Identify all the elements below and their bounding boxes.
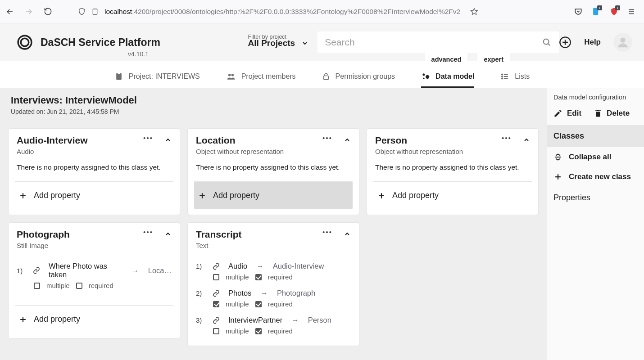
add-property-button[interactable]: Add property [15,306,173,333]
shield-icon [77,8,86,16]
search-icon[interactable] [542,37,552,47]
svg-point-12 [426,75,429,79]
class-subtype: Text [196,242,242,249]
svg-point-29 [323,231,325,233]
svg-rect-6 [116,73,122,80]
tab-members[interactable]: Project members [226,67,296,88]
search-placeholder: Search [325,37,355,48]
sidebar: Data model configuration Edit Delete Cla… [547,88,644,360]
more-icon[interactable] [143,136,153,144]
extension-1-icon[interactable]: 1 [591,7,601,17]
add-property-button[interactable]: Add property [15,182,173,209]
empty-message: There is no property assigned to this cl… [375,163,530,171]
logo-icon [15,33,34,52]
reload-icon[interactable] [43,7,52,16]
svg-point-9 [231,74,233,76]
tab-permissions[interactable]: Permission groups [322,67,395,88]
browser-chrome: localhost:4200/project/0008/ontologies/h… [0,0,644,23]
property-row[interactable]: 1)Where Photo was taken→Loca… multiplere… [17,259,172,295]
tab-project[interactable]: Project: INTERVIEWS [114,67,200,88]
pocket-icon[interactable] [574,7,583,16]
svg-point-16 [502,78,503,79]
tab-datamodel[interactable]: Data model [421,67,474,88]
svg-point-13 [423,78,424,79]
project-filter[interactable]: Filter by project All Projects [248,36,309,48]
class-title: Location [196,135,284,146]
class-subtype: Object without representation [375,148,463,155]
expert-chip[interactable]: expert [477,53,510,66]
class-title: Transcript [196,229,242,240]
edit-button[interactable]: Edit [553,109,581,118]
svg-point-2 [21,38,29,46]
empty-message: There is no property assigned to this cl… [196,163,351,171]
logo-block[interactable]: DaSCH Service Platform [15,33,160,52]
chevron-down-icon [301,40,308,47]
multiple-checkbox[interactable] [213,301,219,307]
url-bar[interactable]: localhost:4200/project/0008/ontologies/h… [59,8,567,16]
add-property-button[interactable]: Add property [194,182,353,209]
collapse-icon[interactable] [164,136,172,144]
svg-point-24 [505,137,507,139]
collapse-icon[interactable] [344,136,351,144]
sidebar-section-properties[interactable]: Properties [547,187,644,209]
search-input[interactable]: Search [317,32,559,53]
menu-icon[interactable] [627,7,636,16]
svg-point-5 [620,37,625,42]
add-property-button[interactable]: Add property [373,182,532,209]
browser-nav [5,7,52,16]
multiple-checkbox[interactable] [213,328,219,334]
class-title: Audio-Interview [17,135,88,146]
sidebar-heading: Data model configuration [547,88,644,106]
property-row[interactable]: 3)InterviewPartner→Person multiplerequir… [196,313,351,340]
project-nav: Project: INTERVIEWS Project members Perm… [0,67,644,88]
required-checkbox[interactable] [255,301,262,307]
collapse-icon[interactable] [344,230,351,238]
add-icon[interactable] [559,36,571,49]
class-card: Transcript Text 1)Audio→Audio-Interview … [187,222,359,346]
extension-2-icon[interactable]: 1 [609,7,619,17]
avatar[interactable] [613,33,632,52]
advanced-chip[interactable]: advanced [425,53,468,66]
multiple-checkbox[interactable] [34,283,40,289]
svg-point-3 [544,39,549,45]
required-checkbox[interactable] [255,274,262,280]
more-icon[interactable] [143,230,153,238]
more-icon[interactable] [501,136,511,144]
help-link[interactable]: Help [584,38,601,47]
property-row[interactable]: 1)Audio→Audio-Interview multiplerequired [196,259,351,286]
property-row[interactable]: 2)Photos→Photograph multiplerequired [196,286,351,313]
sidebar-section-classes[interactable]: Classes [547,125,644,147]
plus-icon [553,172,562,181]
class-subtype: Object without representation [196,148,284,155]
svg-rect-0 [93,9,97,14]
collapse-icon[interactable] [164,230,172,238]
svg-point-26 [144,231,145,233]
required-checkbox[interactable] [76,283,82,289]
star-icon[interactable] [470,8,478,16]
back-icon[interactable] [5,7,14,16]
link-icon [211,263,221,270]
class-card: Audio-Interview Audio There is no proper… [8,128,180,215]
heading-bar: Interviews: InterviewModel Updated on: J… [0,88,547,120]
filter-label: Filter by project [248,34,286,40]
collapse-all-button[interactable]: Collapse all [547,147,644,167]
svg-point-20 [323,137,325,139]
more-icon[interactable] [322,136,332,144]
multiple-checkbox[interactable] [213,274,219,280]
svg-point-23 [502,137,504,139]
required-checkbox[interactable] [255,328,262,334]
content: Interviews: InterviewModel Updated on: J… [0,88,547,360]
list-icon [500,72,509,81]
brand-text: DaSCH Service Platform [41,36,160,49]
tab-lists[interactable]: Lists [500,67,530,88]
svg-point-31 [329,231,331,233]
url-text: localhost:4200/project/0008/ontologies/h… [104,8,460,16]
collapse-icon[interactable] [523,136,530,144]
svg-point-17 [144,137,145,139]
more-icon[interactable] [322,230,332,238]
forward-icon[interactable] [24,7,33,16]
delete-button[interactable]: Delete [594,109,630,118]
collapse-icon [553,153,562,162]
browser-right: 1 1 [574,7,639,17]
create-class-button[interactable]: Create new class [547,167,644,187]
